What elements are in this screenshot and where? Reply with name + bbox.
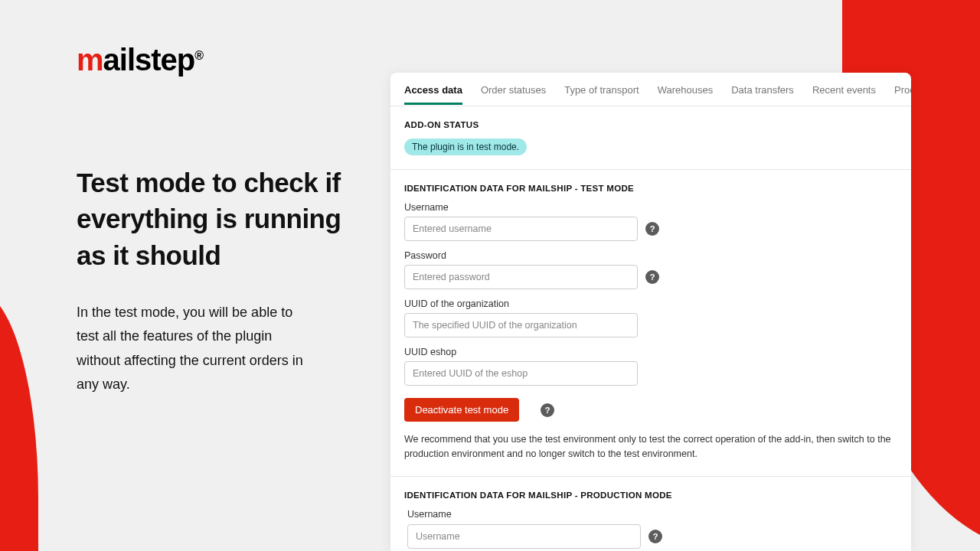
addon-status-title: ADD-ON STATUS	[404, 120, 897, 129]
divider	[390, 476, 911, 477]
prod-section-title: IDENTIFICATION DATA FOR MAILSHIP - PRODU…	[404, 491, 897, 500]
tab-data-transfers[interactable]: Data transfers	[731, 74, 794, 105]
logo-m: m	[77, 43, 103, 77]
uuid-org-label: UUID of the organization	[404, 298, 897, 309]
help-icon[interactable]: ?	[645, 270, 659, 284]
username-label: Username	[404, 202, 897, 213]
tab-type-of-transport[interactable]: Type of transport	[564, 74, 639, 105]
tab-recent-events[interactable]: Recent events	[812, 74, 876, 105]
divider	[390, 169, 911, 170]
panel-body: ADD-ON STATUS The plugin is in test mode…	[390, 106, 911, 551]
password-label: Password	[404, 250, 897, 261]
status-badge: The plugin is in test mode.	[404, 139, 527, 155]
tab-access-data[interactable]: Access data	[404, 74, 462, 105]
test-mode-info: We recommend that you use the test envir…	[404, 432, 897, 462]
hero-text-block: Test mode to check if everything is runn…	[77, 165, 360, 397]
prod-username-label: Username	[407, 509, 897, 520]
tab-warehouses[interactable]: Warehouses	[658, 74, 714, 105]
uuid-eshop-label: UUID eshop	[404, 347, 897, 357]
help-icon[interactable]: ?	[541, 403, 554, 417]
logo-registered: ®	[194, 49, 203, 62]
password-input[interactable]	[404, 265, 638, 289]
logo-rest: ailstep	[103, 43, 195, 77]
tab-order-statuses[interactable]: Order statuses	[481, 74, 546, 105]
hero-heading: Test mode to check if everything is runn…	[77, 165, 360, 273]
uuid-org-input[interactable]	[404, 313, 638, 337]
hero-body: In the test mode, you will be able to te…	[77, 301, 306, 397]
prod-username-input[interactable]	[407, 524, 641, 549]
help-icon[interactable]: ?	[648, 530, 662, 543]
tabs-bar: Access data Order statuses Type of trans…	[390, 73, 911, 106]
deactivate-test-mode-button[interactable]: Deactivate test mode	[404, 398, 519, 422]
help-icon[interactable]: ?	[645, 222, 659, 236]
brand-logo: mailstep®	[77, 44, 203, 75]
settings-panel: Access data Order statuses Type of trans…	[390, 73, 911, 551]
username-input[interactable]	[404, 217, 638, 241]
uuid-eshop-input[interactable]	[404, 361, 638, 386]
decorative-red-bottom	[0, 291, 38, 551]
tab-products[interactable]: Products	[894, 74, 911, 105]
test-section-title: IDENTIFICATION DATA FOR MAILSHIP - TEST …	[404, 184, 897, 193]
